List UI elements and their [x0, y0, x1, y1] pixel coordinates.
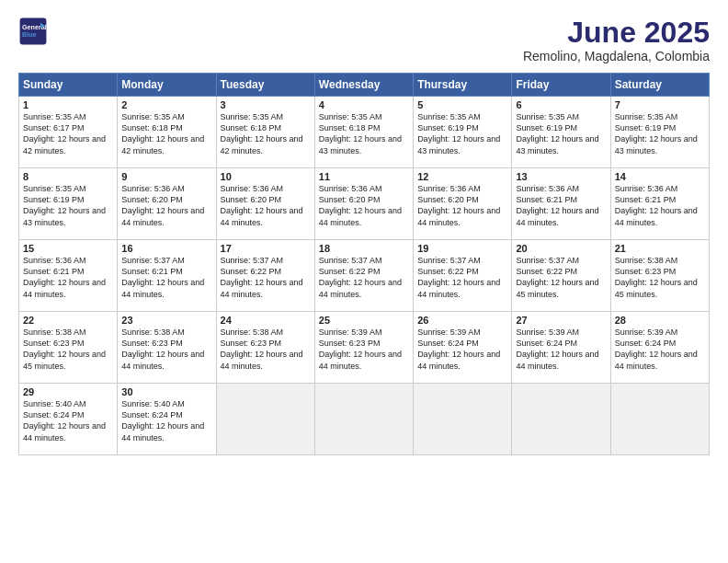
col-tuesday: Tuesday	[216, 74, 314, 97]
location-title: Remolino, Magdalena, Colombia	[523, 49, 710, 63]
table-row: 8 Sunrise: 5:35 AMSunset: 6:19 PMDayligh…	[19, 168, 118, 240]
table-row: 18 Sunrise: 5:37 AMSunset: 6:22 PMDaylig…	[314, 240, 413, 312]
table-row: 6 Sunrise: 5:35 AMSunset: 6:19 PMDayligh…	[512, 97, 610, 168]
table-row: 30 Sunrise: 5:40 AMSunset: 6:24 PMDaylig…	[118, 384, 216, 455]
header: General Blue June 2025 Remolino, Magdale…	[18, 17, 710, 63]
table-row: 9 Sunrise: 5:36 AMSunset: 6:20 PMDayligh…	[118, 168, 216, 240]
table-row: 24 Sunrise: 5:38 AMSunset: 6:23 PMDaylig…	[216, 312, 314, 384]
header-row: Sunday Monday Tuesday Wednesday Thursday…	[19, 74, 710, 97]
table-row: 10 Sunrise: 5:36 AMSunset: 6:20 PMDaylig…	[216, 168, 314, 240]
col-thursday: Thursday	[414, 74, 512, 97]
table-row: 25 Sunrise: 5:39 AMSunset: 6:23 PMDaylig…	[314, 312, 413, 384]
table-row: 19 Sunrise: 5:37 AMSunset: 6:22 PMDaylig…	[414, 240, 512, 312]
table-row: 16 Sunrise: 5:37 AMSunset: 6:21 PMDaylig…	[118, 240, 216, 312]
col-wednesday: Wednesday	[314, 74, 413, 97]
table-row: 5 Sunrise: 5:35 AMSunset: 6:19 PMDayligh…	[414, 97, 512, 168]
table-row: 14 Sunrise: 5:36 AMSunset: 6:21 PMDaylig…	[610, 168, 709, 240]
table-row: 27 Sunrise: 5:39 AMSunset: 6:24 PMDaylig…	[512, 312, 610, 384]
calendar-table: Sunday Monday Tuesday Wednesday Thursday…	[18, 73, 710, 455]
empty-cell	[610, 384, 709, 455]
table-row: 13 Sunrise: 5:36 AMSunset: 6:21 PMDaylig…	[512, 168, 610, 240]
col-sunday: Sunday	[19, 74, 118, 97]
table-row: 3 Sunrise: 5:35 AMSunset: 6:18 PMDayligh…	[216, 97, 314, 168]
col-friday: Friday	[512, 74, 610, 97]
logo-icon: General Blue	[18, 17, 48, 46]
empty-cell	[314, 384, 413, 455]
table-row: 4 Sunrise: 5:35 AMSunset: 6:18 PMDayligh…	[314, 97, 413, 168]
col-monday: Monday	[118, 74, 216, 97]
table-row: 15 Sunrise: 5:36 AMSunset: 6:21 PMDaylig…	[19, 240, 118, 312]
empty-cell	[216, 384, 314, 455]
table-row: 2 Sunrise: 5:35 AMSunset: 6:18 PMDayligh…	[118, 97, 216, 168]
logo: General Blue	[18, 17, 48, 46]
table-row: 17 Sunrise: 5:37 AMSunset: 6:22 PMDaylig…	[216, 240, 314, 312]
table-row: 7 Sunrise: 5:35 AMSunset: 6:19 PMDayligh…	[610, 97, 709, 168]
page: General Blue June 2025 Remolino, Magdale…	[0, 0, 728, 563]
table-row: 29 Sunrise: 5:40 AMSunset: 6:24 PMDaylig…	[19, 384, 118, 455]
col-saturday: Saturday	[610, 74, 709, 97]
month-title: June 2025	[523, 17, 710, 49]
table-row: 21 Sunrise: 5:38 AMSunset: 6:23 PMDaylig…	[610, 240, 709, 312]
calendar-week-4: 22 Sunrise: 5:38 AMSunset: 6:23 PMDaylig…	[19, 312, 710, 384]
table-row: 26 Sunrise: 5:39 AMSunset: 6:24 PMDaylig…	[414, 312, 512, 384]
table-row: 28 Sunrise: 5:39 AMSunset: 6:24 PMDaylig…	[610, 312, 709, 384]
svg-text:Blue: Blue	[22, 30, 37, 39]
calendar-week-2: 8 Sunrise: 5:35 AMSunset: 6:19 PMDayligh…	[19, 168, 710, 240]
calendar-week-5: 29 Sunrise: 5:40 AMSunset: 6:24 PMDaylig…	[19, 384, 710, 455]
calendar-week-3: 15 Sunrise: 5:36 AMSunset: 6:21 PMDaylig…	[19, 240, 710, 312]
empty-cell	[414, 384, 512, 455]
table-row: 20 Sunrise: 5:37 AMSunset: 6:22 PMDaylig…	[512, 240, 610, 312]
calendar-week-1: 1 Sunrise: 5:35 AMSunset: 6:17 PMDayligh…	[19, 97, 710, 168]
table-row: 1 Sunrise: 5:35 AMSunset: 6:17 PMDayligh…	[19, 97, 118, 168]
table-row: 23 Sunrise: 5:38 AMSunset: 6:23 PMDaylig…	[118, 312, 216, 384]
table-row: 11 Sunrise: 5:36 AMSunset: 6:20 PMDaylig…	[314, 168, 413, 240]
title-block: June 2025 Remolino, Magdalena, Colombia	[523, 17, 710, 63]
table-row: 12 Sunrise: 5:36 AMSunset: 6:20 PMDaylig…	[414, 168, 512, 240]
empty-cell	[512, 384, 610, 455]
table-row: 22 Sunrise: 5:38 AMSunset: 6:23 PMDaylig…	[19, 312, 118, 384]
